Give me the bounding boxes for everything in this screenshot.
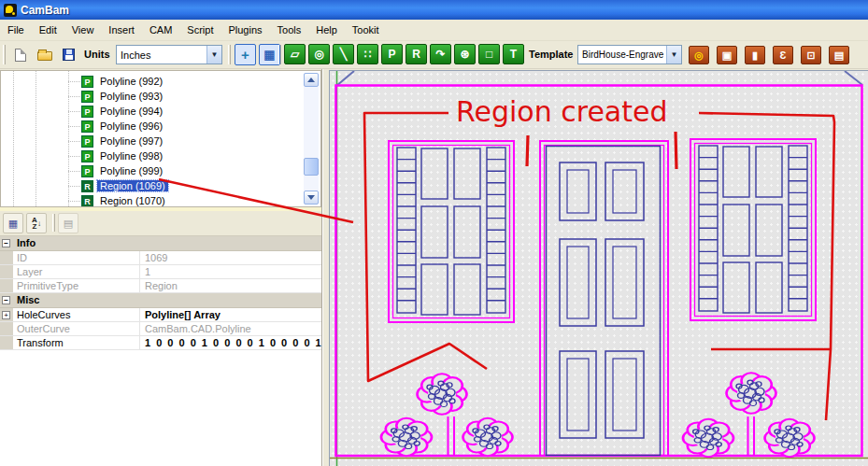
open-file-button[interactable] (34, 44, 55, 65)
scrollbar-thumb[interactable] (304, 158, 319, 176)
property-key: Transform (13, 336, 140, 349)
mop-engrave-button[interactable]: Ɛ (773, 46, 793, 64)
main-toolbar: Units Inches ▼ + ▦ ▱ ◎ ╲ ∷ P R ↷ ⊛ □ T T… (0, 41, 868, 69)
arrow-up-icon (307, 74, 315, 82)
tree-item-polyline-994[interactable]: PPolyline (994) (1, 104, 305, 119)
draw-circle-button[interactable]: ◎ (308, 44, 330, 64)
toolbar-grip[interactable] (278, 45, 281, 64)
draw-line-button[interactable]: ╲ (333, 44, 354, 64)
categorized-button[interactable]: ▦ (3, 213, 23, 233)
draw-surface-button[interactable]: ⊛ (454, 44, 476, 64)
tree-item-polyline-992[interactable]: PPolyline (992) (1, 74, 305, 89)
cambam-window: CamBam File Edit View Insert CAM Script … (0, 0, 868, 466)
mop-gcode-button[interactable]: ▤ (829, 46, 849, 64)
draw-arc-button[interactable]: ↷ (430, 44, 451, 64)
draw-region-button[interactable]: R (406, 44, 427, 64)
category-row-info[interactable]: − Info (0, 236, 321, 251)
mop-pocket-button[interactable]: ▣ (717, 46, 737, 64)
menu-bar: File Edit View Insert CAM Script Plugins… (0, 20, 868, 41)
draw-polyline-button[interactable]: P (381, 44, 403, 64)
scroll-down-button[interactable] (304, 191, 319, 205)
property-key: HoleCurves (13, 308, 140, 321)
alphabetical-sort-button[interactable]: AZ↓ (26, 213, 47, 233)
draw-text-button[interactable]: T (503, 44, 524, 64)
toolbar-grip[interactable] (228, 45, 231, 64)
tree-right-group (683, 373, 815, 457)
template-combobox[interactable]: BirdHouse-Engrave ▼ (577, 45, 682, 64)
draw-closed-curve-button[interactable]: ▱ (284, 44, 306, 64)
toggle-grid-button[interactable]: ▦ (259, 44, 280, 65)
polyline-icon: P (81, 106, 93, 118)
drawing-tree[interactable]: PPolyline (992) PPolyline (993) PPolylin… (0, 70, 321, 207)
region-icon: R (81, 195, 93, 207)
menu-tools[interactable]: Tools (270, 21, 309, 38)
menu-tookit[interactable]: Tookit (345, 21, 387, 38)
template-value: BirdHouse-Engrave (578, 49, 666, 60)
polyline-icon: P (81, 76, 93, 88)
menu-view[interactable]: View (64, 21, 102, 38)
toolbar-grip[interactable] (3, 45, 6, 64)
toggle-axis-button[interactable]: + (235, 44, 256, 65)
units-combobox[interactable]: Inches ▼ (116, 45, 222, 64)
menu-help[interactable]: Help (308, 21, 345, 38)
left-panel: PPolyline (992) PPolyline (993) PPolylin… (0, 69, 322, 466)
units-label: Units (84, 49, 110, 60)
tree-item-polyline-996[interactable]: PPolyline (996) (1, 119, 305, 134)
window-group (389, 141, 514, 322)
mop-drill-button[interactable]: ◎ (689, 46, 709, 64)
window-group-right (690, 139, 816, 320)
menu-file[interactable]: File (0, 21, 32, 38)
menu-script[interactable]: Script (179, 21, 221, 38)
tree-item-polyline-999[interactable]: PPolyline (999) (1, 163, 305, 178)
mop-profile-button[interactable]: ▮ (745, 46, 765, 64)
property-row-id[interactable]: ID 1069 (0, 251, 321, 265)
tree-item-region-1069[interactable]: RRegion (1069) (1, 178, 305, 193)
scroll-up-button[interactable] (304, 73, 319, 87)
category-row-misc[interactable]: − Misc (0, 293, 321, 308)
property-key: ID (13, 251, 140, 264)
menu-plugins[interactable]: Plugins (221, 21, 269, 38)
property-row-outercurve[interactable]: OuterCurve CamBam.CAD.Polyline (0, 322, 321, 336)
region-icon: R (81, 180, 93, 192)
tree-item-polyline-997[interactable]: PPolyline (997) (1, 134, 305, 148)
property-row-layer[interactable]: Layer 1 (0, 265, 321, 279)
roof-line-right (845, 71, 862, 85)
roof-line-left (336, 71, 354, 86)
tree-item-polyline-998[interactable]: PPolyline (998) (1, 148, 305, 163)
property-row-holecurves[interactable]: + HoleCurves Polyline[] Array (0, 308, 321, 322)
property-value[interactable]: 1 0 0 0 0 1 0 0 0 0 1 0 0 0 0 1 (140, 336, 321, 349)
collapse-icon[interactable]: − (2, 239, 10, 247)
template-label: Template (529, 49, 573, 60)
draw-rectangle-button[interactable]: □ (478, 44, 500, 64)
property-key: OuterCurve (13, 322, 140, 335)
chevron-down-icon[interactable]: ▼ (666, 46, 681, 64)
property-pages-button: ▤ (58, 213, 78, 233)
property-row-primitivetype[interactable]: PrimitiveType Region (0, 279, 321, 293)
new-file-icon (15, 49, 26, 62)
annotation-text: Region created (456, 95, 668, 128)
window-title: CamBam (21, 4, 69, 17)
menu-edit[interactable]: Edit (32, 21, 64, 38)
cad-drawing[interactable] (330, 71, 868, 466)
property-value[interactable]: Polyline[] Array (140, 308, 321, 321)
arrow-down-icon (307, 195, 315, 204)
cad-viewport[interactable]: Region created (329, 70, 868, 466)
mop-3d-profile-button[interactable]: ⊡ (801, 46, 821, 64)
property-row-transform[interactable]: Transform 1 0 0 0 0 1 0 0 0 0 1 0 0 0 0 … (0, 336, 321, 350)
collapse-icon[interactable]: − (2, 296, 10, 304)
tree-scrollbar[interactable] (304, 73, 319, 205)
menu-insert[interactable]: Insert (101, 21, 142, 38)
chevron-down-icon[interactable]: ▼ (206, 46, 221, 64)
panel-splitter[interactable] (322, 69, 329, 466)
save-button[interactable] (58, 44, 79, 65)
tree-left-group (381, 374, 513, 456)
polyline-icon: P (81, 165, 93, 177)
tree-item-region-1070[interactable]: RRegion (1070) (1, 193, 305, 207)
category-label: Info (13, 236, 140, 250)
tree-item-polyline-993[interactable]: PPolyline (993) (1, 89, 305, 104)
polyline-icon: P (81, 120, 93, 133)
draw-points-button[interactable]: ∷ (357, 44, 378, 64)
menu-cam[interactable]: CAM (142, 21, 179, 38)
expand-icon[interactable]: + (2, 311, 10, 319)
new-file-button[interactable] (9, 44, 31, 65)
